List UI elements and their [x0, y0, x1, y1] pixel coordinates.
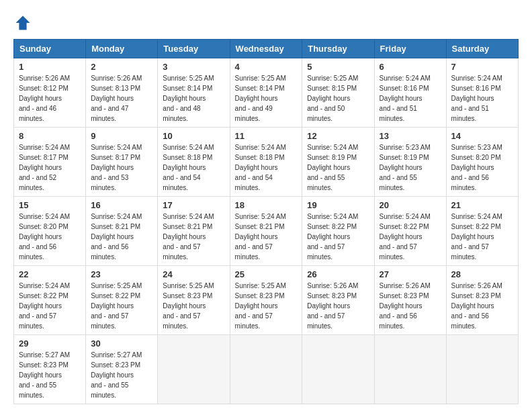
day-number: 19 — [307, 200, 369, 210]
calendar-cell: 9Sunrise: 5:24 AMSunset: 8:17 PMDaylight… — [86, 128, 158, 197]
calendar-cell: 12Sunrise: 5:24 AMSunset: 8:19 PMDayligh… — [302, 128, 374, 197]
day-number: 12 — [307, 131, 369, 141]
day-info: Sunrise: 5:24 AMSunset: 8:16 PMDaylight … — [451, 73, 513, 124]
day-info: Sunrise: 5:24 AMSunset: 8:19 PMDaylight … — [307, 142, 369, 193]
calendar-cell: 20Sunrise: 5:24 AMSunset: 8:22 PMDayligh… — [374, 197, 446, 266]
calendar-cell: 30Sunrise: 5:27 AMSunset: 8:23 PMDayligh… — [86, 335, 158, 404]
day-number: 2 — [91, 62, 152, 72]
day-number: 3 — [163, 62, 224, 72]
calendar-cell: 1Sunrise: 5:26 AMSunset: 8:12 PMDaylight… — [14, 58, 86, 128]
day-number: 28 — [451, 269, 513, 279]
calendar-cell: 2Sunrise: 5:26 AMSunset: 8:13 PMDaylight… — [86, 58, 158, 128]
calendar-cell — [158, 335, 230, 404]
day-info: Sunrise: 5:24 AMSunset: 8:16 PMDaylight … — [380, 73, 441, 124]
calendar-cell: 19Sunrise: 5:24 AMSunset: 8:22 PMDayligh… — [302, 197, 374, 266]
calendar-cell: 11Sunrise: 5:24 AMSunset: 8:18 PMDayligh… — [230, 128, 302, 197]
day-number: 15 — [19, 200, 81, 210]
day-number: 24 — [163, 269, 224, 279]
calendar-cell: 17Sunrise: 5:24 AMSunset: 8:21 PMDayligh… — [158, 197, 230, 266]
weekday-header: Monday — [86, 40, 158, 58]
calendar-cell: 6Sunrise: 5:24 AMSunset: 8:16 PMDaylight… — [374, 58, 446, 128]
calendar-cell — [446, 335, 518, 404]
calendar-row: 22Sunrise: 5:24 AMSunset: 8:22 PMDayligh… — [14, 266, 519, 335]
weekday-header: Wednesday — [230, 40, 302, 58]
day-info: Sunrise: 5:27 AMSunset: 8:23 PMDaylight … — [19, 350, 81, 400]
calendar-cell: 29Sunrise: 5:27 AMSunset: 8:23 PMDayligh… — [14, 335, 86, 404]
calendar-row: 15Sunrise: 5:24 AMSunset: 8:20 PMDayligh… — [14, 197, 519, 266]
calendar-cell — [374, 335, 446, 404]
day-info: Sunrise: 5:24 AMSunset: 8:22 PMDaylight … — [380, 212, 441, 262]
day-info: Sunrise: 5:25 AMSunset: 8:15 PMDaylight … — [307, 73, 369, 124]
day-info: Sunrise: 5:24 AMSunset: 8:20 PMDaylight … — [19, 212, 81, 262]
calendar-row: 29Sunrise: 5:27 AMSunset: 8:23 PMDayligh… — [14, 335, 519, 404]
calendar-cell: 28Sunrise: 5:26 AMSunset: 8:23 PMDayligh… — [446, 266, 518, 335]
calendar-cell: 27Sunrise: 5:26 AMSunset: 8:23 PMDayligh… — [374, 266, 446, 335]
day-number: 5 — [307, 62, 369, 72]
day-number: 23 — [91, 269, 152, 279]
weekday-header: Friday — [374, 40, 446, 58]
day-info: Sunrise: 5:24 AMSunset: 8:22 PMDaylight … — [451, 212, 513, 262]
day-number: 25 — [235, 269, 298, 279]
calendar-cell: 3Sunrise: 5:25 AMSunset: 8:14 PMDaylight… — [158, 58, 230, 128]
day-number: 14 — [451, 131, 513, 141]
calendar-cell: 16Sunrise: 5:24 AMSunset: 8:21 PMDayligh… — [86, 197, 158, 266]
calendar-cell: 10Sunrise: 5:24 AMSunset: 8:18 PMDayligh… — [158, 128, 230, 197]
calendar-cell: 23Sunrise: 5:25 AMSunset: 8:22 PMDayligh… — [86, 266, 158, 335]
calendar-cell — [230, 335, 302, 404]
logo-icon — [13, 13, 32, 32]
day-info: Sunrise: 5:24 AMSunset: 8:18 PMDaylight … — [163, 142, 224, 193]
day-info: Sunrise: 5:23 AMSunset: 8:20 PMDaylight … — [451, 142, 513, 193]
day-number: 30 — [91, 338, 152, 349]
calendar-cell: 22Sunrise: 5:24 AMSunset: 8:22 PMDayligh… — [14, 266, 86, 335]
calendar-cell: 21Sunrise: 5:24 AMSunset: 8:22 PMDayligh… — [446, 197, 518, 266]
day-info: Sunrise: 5:23 AMSunset: 8:19 PMDaylight … — [380, 142, 441, 193]
calendar-cell: 13Sunrise: 5:23 AMSunset: 8:19 PMDayligh… — [374, 128, 446, 197]
logo — [13, 13, 35, 32]
day-info: Sunrise: 5:24 AMSunset: 8:18 PMDaylight … — [235, 142, 298, 193]
day-info: Sunrise: 5:25 AMSunset: 8:23 PMDaylight … — [163, 281, 224, 331]
day-number: 26 — [307, 269, 369, 279]
calendar-cell: 4Sunrise: 5:25 AMSunset: 8:14 PMDaylight… — [230, 58, 302, 128]
calendar-cell — [302, 335, 374, 404]
calendar-row: 8Sunrise: 5:24 AMSunset: 8:17 PMDaylight… — [14, 128, 519, 197]
day-number: 13 — [380, 131, 441, 141]
day-number: 22 — [19, 269, 81, 279]
weekday-header: Saturday — [446, 40, 518, 58]
day-number: 27 — [380, 269, 441, 279]
page-header — [13, 13, 519, 32]
day-number: 9 — [91, 131, 152, 141]
day-info: Sunrise: 5:25 AMSunset: 8:14 PMDaylight … — [235, 73, 298, 124]
day-number: 1 — [19, 62, 81, 72]
day-number: 18 — [235, 200, 298, 210]
calendar-table: SundayMondayTuesdayWednesdayThursdayFrid… — [13, 39, 519, 404]
day-info: Sunrise: 5:25 AMSunset: 8:23 PMDaylight … — [235, 281, 298, 331]
weekday-header: Sunday — [14, 40, 86, 58]
day-info: Sunrise: 5:24 AMSunset: 8:22 PMDaylight … — [307, 212, 369, 262]
calendar-row: 1Sunrise: 5:26 AMSunset: 8:12 PMDaylight… — [14, 58, 519, 128]
calendar-cell: 8Sunrise: 5:24 AMSunset: 8:17 PMDaylight… — [14, 128, 86, 197]
calendar-cell: 7Sunrise: 5:24 AMSunset: 8:16 PMDaylight… — [446, 58, 518, 128]
calendar-cell: 26Sunrise: 5:26 AMSunset: 8:23 PMDayligh… — [302, 266, 374, 335]
day-number: 17 — [163, 200, 224, 210]
weekday-header: Tuesday — [158, 40, 230, 58]
day-info: Sunrise: 5:26 AMSunset: 8:12 PMDaylight … — [19, 73, 81, 124]
day-info: Sunrise: 5:24 AMSunset: 8:21 PMDaylight … — [91, 212, 152, 262]
day-number: 20 — [380, 200, 441, 210]
day-number: 29 — [19, 338, 81, 349]
day-info: Sunrise: 5:24 AMSunset: 8:21 PMDaylight … — [235, 212, 298, 262]
calendar-header-row: SundayMondayTuesdayWednesdayThursdayFrid… — [14, 40, 519, 58]
calendar-cell: 25Sunrise: 5:25 AMSunset: 8:23 PMDayligh… — [230, 266, 302, 335]
day-info: Sunrise: 5:26 AMSunset: 8:13 PMDaylight … — [91, 73, 152, 124]
day-info: Sunrise: 5:25 AMSunset: 8:14 PMDaylight … — [163, 73, 224, 124]
day-number: 7 — [451, 62, 513, 72]
day-info: Sunrise: 5:27 AMSunset: 8:23 PMDaylight … — [91, 350, 152, 400]
day-number: 10 — [163, 131, 224, 141]
day-number: 11 — [235, 131, 298, 141]
day-info: Sunrise: 5:24 AMSunset: 8:17 PMDaylight … — [19, 142, 81, 193]
day-info: Sunrise: 5:26 AMSunset: 8:23 PMDaylight … — [451, 281, 513, 331]
calendar-cell: 5Sunrise: 5:25 AMSunset: 8:15 PMDaylight… — [302, 58, 374, 128]
calendar-cell: 15Sunrise: 5:24 AMSunset: 8:20 PMDayligh… — [14, 197, 86, 266]
day-number: 4 — [235, 62, 298, 72]
day-info: Sunrise: 5:24 AMSunset: 8:17 PMDaylight … — [91, 142, 152, 193]
calendar-cell: 14Sunrise: 5:23 AMSunset: 8:20 PMDayligh… — [446, 128, 518, 197]
